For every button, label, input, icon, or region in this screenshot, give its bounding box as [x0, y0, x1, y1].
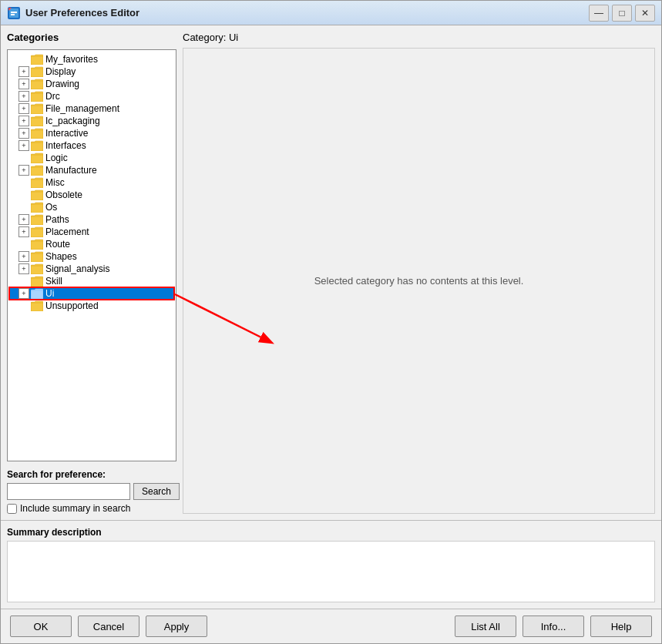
- tree-item-manufacture[interactable]: + Manufacture: [9, 164, 174, 176]
- folder-icon-manufacture: [31, 165, 43, 176]
- apply-button[interactable]: Apply: [146, 615, 207, 637]
- tree-label-drawing: Drawing: [45, 79, 79, 89]
- tree-item-ic_packaging[interactable]: + Ic_packaging: [9, 115, 174, 127]
- tree-item-ui[interactable]: + Ui: [9, 287, 174, 300]
- window-title: User Preferences Editor: [25, 7, 589, 18]
- tree-item-route[interactable]: Route: [9, 238, 174, 250]
- expand-paths[interactable]: +: [18, 214, 29, 225]
- title-bar: User Preferences Editor — □ ✕: [1, 1, 661, 25]
- cancel-button[interactable]: Cancel: [78, 615, 139, 637]
- tree-label-display: Display: [45, 66, 76, 77]
- folder-icon-unsupported: [31, 300, 43, 311]
- include-summary-row: Include summary in search: [7, 503, 176, 514]
- search-input[interactable]: [7, 483, 130, 500]
- tree-item-interfaces[interactable]: + Interfaces: [9, 139, 174, 152]
- tree-item-os[interactable]: Os: [9, 201, 174, 213]
- content-area: Selected category has no contents at thi…: [183, 48, 655, 514]
- folder-icon-placement: [31, 226, 43, 237]
- include-summary-label[interactable]: Include summary in search: [20, 503, 130, 514]
- svg-rect-3: [11, 14, 15, 15]
- window-controls: — □ ✕: [589, 5, 655, 22]
- left-panel: Categories My_favorites+ Display+ Drawin…: [7, 32, 176, 514]
- tree-item-paths[interactable]: + Paths: [9, 213, 174, 226]
- category-value: Ui: [229, 32, 238, 43]
- tree-label-paths: Paths: [45, 214, 69, 225]
- tree-label-ui: Ui: [45, 288, 54, 299]
- tree-item-obsolete[interactable]: Obsolete: [9, 189, 174, 201]
- help-button[interactable]: Help: [590, 615, 652, 637]
- close-button[interactable]: ✕: [635, 5, 655, 22]
- footer-right: List All Info... Help: [455, 615, 652, 637]
- folder-icon-logic: [31, 153, 43, 163]
- expand-signal_analysis[interactable]: +: [18, 263, 29, 274]
- tree-item-logic[interactable]: Logic: [9, 152, 174, 164]
- tree-item-drawing[interactable]: + Drawing: [9, 78, 174, 90]
- minimize-button[interactable]: —: [589, 5, 609, 22]
- folder-icon-signal_analysis: [31, 263, 43, 274]
- category-tree[interactable]: My_favorites+ Display+ Drawing+ Drc+ Fil…: [7, 49, 176, 461]
- ok-button[interactable]: OK: [10, 615, 72, 637]
- expand-ic_packaging[interactable]: +: [18, 116, 29, 126]
- no-contents-message: Selected category has no contents at thi…: [314, 275, 524, 287]
- tree-item-file_management[interactable]: + File_management: [9, 102, 174, 115]
- tree-item-drc[interactable]: + Drc: [9, 90, 174, 102]
- tree-label-ic_packaging: Ic_packaging: [45, 116, 100, 126]
- tree-label-os: Os: [45, 202, 57, 213]
- tree-label-manufacture: Manufacture: [45, 165, 97, 176]
- include-summary-checkbox[interactable]: [7, 504, 17, 514]
- tree-item-unsupported[interactable]: Unsupported: [9, 300, 174, 312]
- expand-placement[interactable]: +: [18, 226, 29, 237]
- tree-item-display[interactable]: + Display: [9, 65, 174, 78]
- svg-rect-2: [11, 12, 17, 13]
- tree-label-route: Route: [45, 239, 70, 250]
- summary-content: [7, 541, 655, 602]
- expand-interfaces[interactable]: +: [18, 140, 29, 151]
- search-button[interactable]: Search: [133, 483, 180, 500]
- folder-icon-os: [31, 202, 43, 213]
- maximize-button[interactable]: □: [612, 5, 632, 22]
- tree-label-shapes: Shapes: [45, 251, 77, 262]
- tree-item-misc[interactable]: Misc: [9, 176, 174, 189]
- expand-drawing[interactable]: +: [18, 79, 29, 89]
- tree-item-skill[interactable]: Skill: [9, 275, 174, 287]
- main-content: Categories My_favorites+ Display+ Drawin…: [1, 25, 661, 520]
- app-icon: [7, 6, 21, 20]
- tree-label-logic: Logic: [45, 153, 68, 163]
- tree-item-interactive[interactable]: + Interactive: [9, 127, 174, 139]
- folder-icon-drawing: [31, 79, 43, 89]
- expand-ui[interactable]: +: [18, 288, 29, 299]
- tree-item-signal_analysis[interactable]: + Signal_analysis: [9, 263, 174, 275]
- tree-label-skill: Skill: [45, 276, 62, 287]
- tree-label-interactive: Interactive: [45, 128, 88, 139]
- folder-icon-misc: [31, 177, 43, 188]
- expand-file_management[interactable]: +: [18, 103, 29, 114]
- tree-label-unsupported: Unsupported: [45, 300, 99, 311]
- categories-label: Categories: [7, 32, 176, 43]
- info-button[interactable]: Info...: [523, 615, 584, 637]
- folder-icon-display: [31, 66, 43, 77]
- folder-icon-paths: [31, 214, 43, 225]
- folder-icon-ic_packaging: [31, 116, 43, 126]
- search-label: Search for preference:: [7, 469, 176, 480]
- tree-label-misc: Misc: [45, 177, 65, 188]
- folder-icon-interactive: [31, 128, 43, 139]
- footer: OK Cancel Apply List All Info... Help: [1, 609, 661, 643]
- tree-label-drc: Drc: [45, 91, 60, 102]
- search-row: Search: [7, 483, 176, 500]
- right-panel: Category: Ui Selected category has no co…: [183, 32, 655, 514]
- tree-item-shapes[interactable]: + Shapes: [9, 250, 174, 263]
- folder-icon-obsolete: [31, 190, 43, 200]
- tree-item-my_favorites[interactable]: My_favorites: [9, 53, 174, 65]
- folder-icon-drc: [31, 91, 43, 102]
- expand-display[interactable]: +: [18, 66, 29, 77]
- folder-icon-interfaces: [31, 140, 43, 151]
- search-section: Search for preference: Search Include su…: [7, 469, 176, 514]
- tree-item-placement[interactable]: + Placement: [9, 226, 174, 238]
- expand-interactive[interactable]: +: [18, 128, 29, 139]
- expand-shapes[interactable]: +: [18, 251, 29, 262]
- expand-drc[interactable]: +: [18, 91, 29, 102]
- expand-manufacture[interactable]: +: [18, 165, 29, 176]
- folder-icon-shapes: [31, 251, 43, 262]
- footer-left: OK Cancel Apply: [10, 615, 207, 637]
- list-all-button[interactable]: List All: [455, 615, 516, 637]
